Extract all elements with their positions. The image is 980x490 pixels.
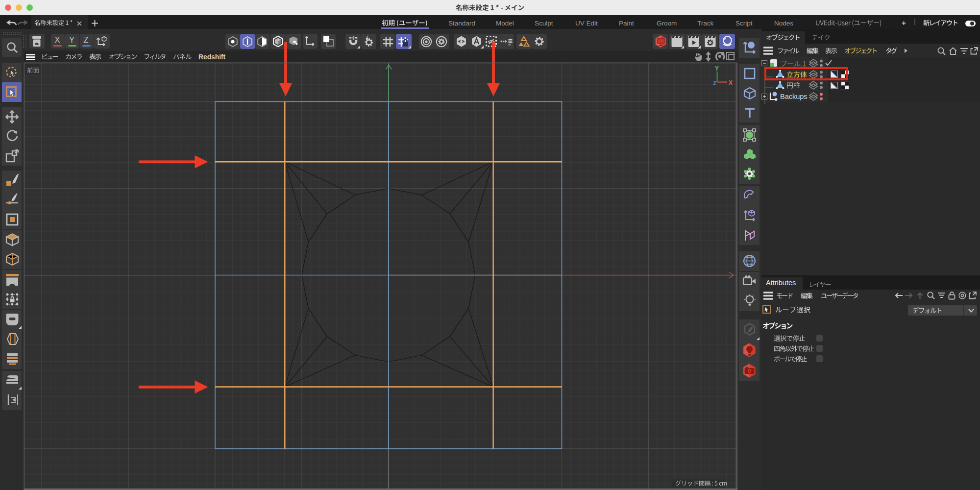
svg-text:Y: Y xyxy=(715,65,719,72)
svg-text:Z: Z xyxy=(713,80,716,87)
svg-text:X: X xyxy=(729,79,733,86)
